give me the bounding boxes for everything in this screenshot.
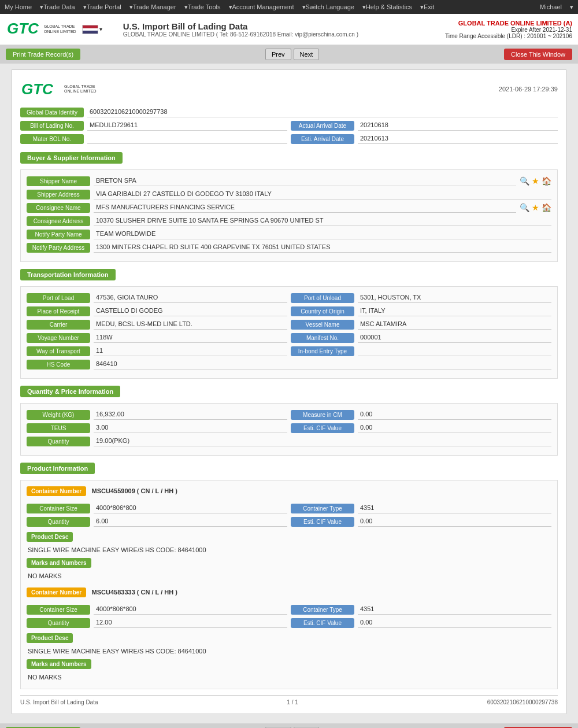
quantity-value: 19.00(PKG) <box>94 436 551 446</box>
container-1-marks-label: Marks and Numbers <box>27 558 91 568</box>
measure-label: Measure in CM <box>291 410 354 420</box>
bol-value: MEDULD729611 <box>87 120 287 131</box>
consignee-icons: 🔍 ★ 🏠 <box>520 203 551 212</box>
carrier-group: Carrier MEDU, BCSL US-MED LINE LTD. <box>27 319 287 330</box>
shipper-name-group: Shipper Name BRETON SPA <box>27 176 516 186</box>
bol-row: Bill of Lading No. MEDULD729611 Actual A… <box>20 120 558 131</box>
home-icon[interactable]: 🏠 <box>542 176 551 186</box>
container-2-qty-group: Quantity 12.00 <box>27 618 287 628</box>
container-1-type-value: 4351 <box>358 503 551 513</box>
port-unload-value: 5301, HOUSTON, TX <box>358 293 551 303</box>
transport-type-row: Way of Transport 11 In-bond Entry Type <box>27 346 551 356</box>
voyage-label: Voyage Number <box>27 333 90 343</box>
container-2-product-desc-value: SINGLE WIRE MACHINE EASY WIRE/S HS CODE:… <box>27 648 551 655</box>
flag-selector[interactable]: ▾ <box>82 25 102 34</box>
next-button-top[interactable]: Next <box>294 49 320 60</box>
weight-value: 16,932.00 <box>94 409 287 420</box>
buyer-supplier-section: Buyer & Supplier Information Shipper Nam… <box>20 150 558 262</box>
company-info: GLOBAL TRADE ONLINE LIMITED ( Tel: 86-51… <box>123 31 445 38</box>
container-1-number-value: MSCU4559009 ( CN / L / HH ) <box>92 487 177 494</box>
port-load-row: Port of Load 47536, GIOIA TAURO Port of … <box>27 293 551 303</box>
manifest-group: Manifest No. 000001 <box>291 332 551 343</box>
nav-exit[interactable]: Exit <box>424 3 434 10</box>
close-button-top[interactable]: Close This Window <box>504 49 572 60</box>
container-2-size-value: 4000*806*800 <box>94 604 287 615</box>
container-1-qty-group: Quantity 6.00 <box>27 516 287 527</box>
product-info-header: Product Information <box>20 463 95 474</box>
top-action-bar: Print Trade Record(s) Prev Next Close Th… <box>0 45 578 64</box>
product-info-block: Container Number MSCU4559009 ( CN / L / … <box>20 480 558 689</box>
shipper-name-row: Shipper Name BRETON SPA 🔍 ★ 🏠 <box>27 176 551 186</box>
mater-bol-row: Mater BOL No. Esti. Arrival Date 2021061… <box>20 134 558 144</box>
manifest-label: Manifest No. <box>291 333 354 343</box>
bol-group: Bill of Lading No. MEDULD729611 <box>20 120 287 131</box>
star-icon[interactable]: ★ <box>532 176 539 186</box>
user-area: GLOBAL TRADE ONLINE LIMITED (A) Expire A… <box>445 20 572 39</box>
container-2-marks-label: Marks and Numbers <box>27 659 91 669</box>
esti-cif-value: 0.00 <box>358 423 551 433</box>
teus-value: 3.00 <box>94 423 287 433</box>
svg-text:GTC: GTC <box>21 80 54 98</box>
nav-switch-lang[interactable]: Switch Language <box>306 3 354 10</box>
container-2-size-label: Container Size <box>27 605 90 615</box>
mater-bol-group: Mater BOL No. <box>20 134 287 144</box>
vessel-name-label: Vessel Name <box>291 320 354 330</box>
container-2-product-desc-label: Product Desc <box>27 633 73 643</box>
consignee-home-icon[interactable]: 🏠 <box>542 203 551 212</box>
country-origin-group: Country of Origin IT, ITALY <box>291 306 551 316</box>
print-button-top[interactable]: Print Trade Record(s) <box>6 49 80 60</box>
container-1-product-desc-label: Product Desc <box>27 532 73 542</box>
consignee-name-label: Consignee Name <box>27 203 90 213</box>
notify-party-name-value: TEAM WORLDWIDE <box>94 229 551 239</box>
nav-my-home[interactable]: My Home <box>5 3 32 10</box>
consignee-star-icon[interactable]: ★ <box>532 203 539 212</box>
country-origin-value: IT, ITALY <box>358 306 551 316</box>
card-logo-subtitle: GLOBAL TRADEONLINE LIMITED <box>64 84 97 94</box>
search-icon[interactable]: 🔍 <box>520 176 529 186</box>
place-receipt-label: Place of Receipt <box>27 306 90 316</box>
flag-dropdown-arrow[interactable]: ▾ <box>99 26 102 32</box>
page-title: U.S. Import Bill of Lading Data <box>123 21 445 31</box>
teus-group: TEUS 3.00 <box>27 423 287 433</box>
expire-info: Expire After 2021-12-31 <box>445 27 572 33</box>
container-1-cif-value: 0.00 <box>358 516 551 527</box>
vessel-name-value: MSC ALTAMIRA <box>358 319 551 330</box>
shipper-address-group: Shipper Address VIA GARIBALDI 27 CASTELL… <box>27 189 551 199</box>
container-1-size-row: Container Size 4000*806*800 Container Ty… <box>27 503 551 513</box>
container-1-product-desc-value: SINGLE WIRE MACHINE EASY WIRE/S HS CODE:… <box>27 546 551 553</box>
actual-arrival-value: 20210618 <box>358 120 558 131</box>
shipper-address-row: Shipper Address VIA GARIBALDI 27 CASTELL… <box>27 189 551 199</box>
consignee-address-value: 10370 SLUSHER DRIVE SUITE 10 SANTA FE SP… <box>94 216 551 226</box>
esti-arrival-value: 20210613 <box>358 134 558 144</box>
nav-trade-manager[interactable]: Trade Manager <box>133 3 176 10</box>
container-2-qty-label: Quantity <box>27 618 90 628</box>
notify-party-address-row: Notify Party Address 1300 MINTERS CHAPEL… <box>27 242 551 253</box>
shipper-icons: 🔍 ★ 🏠 <box>520 176 551 186</box>
company-name-top: GLOBAL TRADE ONLINE LIMITED (A) <box>445 20 572 27</box>
container-1-size-value: 4000*806*800 <box>94 503 287 513</box>
nav-trade-tools[interactable]: Trade Tools <box>188 3 221 10</box>
hs-code-row: HS Code 846410 <box>27 359 551 369</box>
port-load-value: 47536, GIOIA TAURO <box>94 293 287 303</box>
prev-button-top[interactable]: Prev <box>265 49 291 60</box>
transportation-header: Transportation Information <box>20 269 116 280</box>
container-2-product-desc-area: Product Desc SINGLE WIRE MACHINE EASY WI… <box>27 631 551 655</box>
container-1-size-group: Container Size 4000*806*800 <box>27 503 287 513</box>
user-name: Michael <box>540 3 562 10</box>
hs-code-label: HS Code <box>27 360 90 369</box>
card-logo: GTC GLOBAL TRADEONLINE LIMITED <box>20 78 97 100</box>
place-receipt-group: Place of Receipt CASTELLO DI GODEG <box>27 306 287 316</box>
teus-row: TEUS 3.00 Esti. CIF Value 0.00 <box>27 423 551 433</box>
nav-account-mgmt[interactable]: Account Management <box>232 3 294 10</box>
hs-code-value: 846410 <box>94 359 551 369</box>
shipper-name-value: BRETON SPA <box>94 176 516 186</box>
consignee-search-icon[interactable]: 🔍 <box>520 203 529 212</box>
port-load-label: Port of Load <box>27 293 90 303</box>
container-2-marks-area: Marks and Numbers NO MARKS <box>27 657 551 681</box>
nav-trade-data[interactable]: Trade Data <box>43 3 75 10</box>
mater-bol-label: Mater BOL No. <box>20 134 84 144</box>
consignee-name-value: MFS MANUFACTURERS FINANCING SERVICE <box>94 202 516 213</box>
nav-help-stats[interactable]: Help & Statistics <box>366 3 412 10</box>
buyer-supplier-block: Shipper Name BRETON SPA 🔍 ★ 🏠 Shipper Ad… <box>20 169 558 262</box>
nav-trade-portal[interactable]: Trade Portal <box>87 3 121 10</box>
